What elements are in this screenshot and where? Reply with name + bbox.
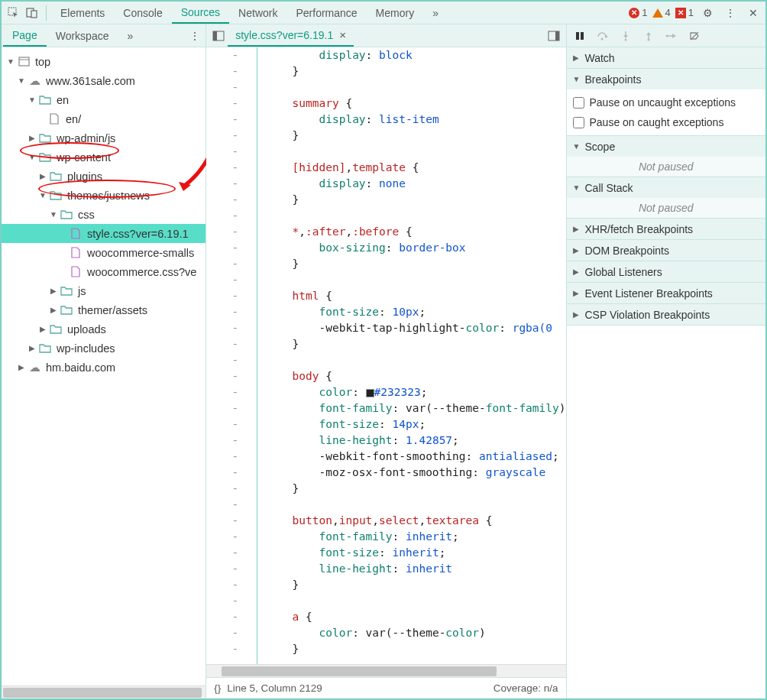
- step-out-icon[interactable]: [640, 28, 657, 44]
- warning-badge[interactable]: 4: [652, 7, 671, 18]
- step-over-icon[interactable]: [594, 28, 611, 44]
- tab-memory[interactable]: Memory: [367, 2, 424, 24]
- svg-point-15: [647, 38, 649, 41]
- issue-badge[interactable]: ✕1: [675, 7, 694, 18]
- tab-console[interactable]: Console: [114, 2, 171, 24]
- tree-stylecss[interactable]: style.css?ver=6.19.1: [2, 224, 206, 243]
- tab-performance[interactable]: Performance: [286, 2, 366, 24]
- tree-wpincludes[interactable]: ▶wp-includes: [2, 339, 206, 358]
- tabs-overflow-icon[interactable]: »: [423, 2, 448, 24]
- file-tree: ▼top ▼☁www.361sale.com ▼en en/ ▶wp-admin…: [2, 47, 206, 685]
- device-toggle-icon[interactable]: [23, 4, 41, 22]
- inspect-icon[interactable]: [5, 4, 23, 22]
- svg-rect-2: [31, 11, 37, 18]
- scope-not-paused: Not paused: [567, 157, 766, 177]
- section-watch[interactable]: ▶Watch: [567, 47, 766, 68]
- tree-js[interactable]: ▶js: [2, 281, 206, 300]
- toggle-debugger-icon[interactable]: [545, 27, 563, 45]
- deactivate-breakpoints-icon[interactable]: [686, 28, 703, 44]
- tree-en-file[interactable]: en/: [2, 109, 206, 128]
- step-into-icon[interactable]: [617, 28, 634, 44]
- tree-wpcontent[interactable]: ▼wp-content: [2, 147, 206, 167]
- tree-baidu[interactable]: ▶☁hm.baidu.com: [2, 358, 206, 377]
- section-xhr[interactable]: ▶XHR/fetch Breakpoints: [567, 219, 766, 239]
- svg-point-11: [600, 37, 603, 40]
- coverage-status: Coverage: n/a: [494, 682, 558, 694]
- editor-tab-stylecss[interactable]: style.css?ver=6.19.1×: [228, 24, 354, 47]
- cursor-position: Line 5, Column 2129: [227, 682, 322, 694]
- editor-statusbar: {}Line 5, Column 2129 Coverage: n/a: [206, 677, 565, 698]
- svg-rect-6: [213, 31, 217, 41]
- section-csp[interactable]: ▶CSP Violation Breakpoints: [567, 304, 766, 325]
- svg-rect-10: [581, 32, 584, 40]
- section-global[interactable]: ▶Global Listeners: [567, 261, 766, 282]
- section-breakpoints[interactable]: ▼Breakpoints: [567, 69, 766, 89]
- brackets-icon[interactable]: {}: [214, 682, 221, 694]
- step-icon[interactable]: [663, 28, 680, 44]
- section-event[interactable]: ▶Event Listener Breakpoints: [567, 283, 766, 303]
- tree-en-folder[interactable]: ▼en: [2, 90, 206, 109]
- section-scope[interactable]: ▼Scope: [567, 136, 766, 157]
- code-editor[interactable]: -------------------------------------- d…: [206, 47, 565, 664]
- tree-themes[interactable]: ▼themes/justnews: [2, 186, 206, 205]
- navigator-sidebar: Page Workspace » ⋮ ▼top ▼☁www.361sale.co…: [2, 24, 206, 698]
- sidebar-tabs-overflow-icon[interactable]: »: [118, 24, 142, 47]
- editor-tab-close-icon[interactable]: ×: [339, 28, 346, 41]
- tree-top[interactable]: ▼top: [2, 52, 206, 71]
- pause-icon[interactable]: [571, 28, 588, 44]
- tree-domain[interactable]: ▼☁www.361sale.com: [2, 71, 206, 90]
- debugger-panel: ▶Watch ▼Breakpoints Pause on uncaught ex…: [567, 24, 766, 698]
- svg-rect-8: [555, 31, 559, 41]
- close-icon[interactable]: ✕: [744, 4, 762, 22]
- tab-sources[interactable]: Sources: [172, 2, 229, 24]
- tree-wpadmin[interactable]: ▶wp-admin/js: [2, 128, 206, 147]
- settings-icon[interactable]: ⚙: [698, 4, 717, 22]
- main-tabs: Elements Console Sources Network Perform…: [51, 2, 629, 24]
- svg-rect-3: [19, 57, 29, 66]
- chk-pause-uncaught[interactable]: Pause on uncaught exceptions: [573, 92, 760, 112]
- section-dom[interactable]: ▶DOM Breakpoints: [567, 240, 766, 261]
- tree-css[interactable]: ▼css: [2, 205, 206, 224]
- section-callstack[interactable]: ▼Call Stack: [567, 177, 766, 198]
- tree-woosmall[interactable]: woocommerce-smalls: [2, 243, 206, 262]
- chk-pause-caught[interactable]: Pause on caught exceptions: [573, 112, 760, 132]
- editor-panel: style.css?ver=6.19.1× ------------------…: [206, 24, 566, 698]
- kebab-icon[interactable]: ⋮: [721, 4, 739, 22]
- tab-elements[interactable]: Elements: [51, 2, 114, 24]
- callstack-not-paused: Not paused: [567, 198, 766, 218]
- tree-woo[interactable]: woocommerce.css?ve: [2, 262, 206, 281]
- sidebar-scrollbar[interactable]: [2, 685, 206, 698]
- devtools-toolbar: Elements Console Sources Network Perform…: [2, 2, 765, 24]
- sidebar-tab-page[interactable]: Page: [3, 24, 47, 47]
- tab-network[interactable]: Network: [229, 2, 286, 24]
- sidebar-kebab-icon[interactable]: ⋮: [186, 27, 204, 45]
- tree-themer[interactable]: ▶themer/assets: [2, 300, 206, 319]
- svg-point-17: [665, 34, 668, 37]
- tree-uploads[interactable]: ▶uploads: [2, 319, 206, 339]
- tree-plugins[interactable]: ▶plugins: [2, 167, 206, 186]
- sidebar-tab-workspace[interactable]: Workspace: [47, 24, 118, 47]
- editor-scrollbar-x[interactable]: [206, 664, 565, 677]
- toggle-navigator-icon[interactable]: [209, 27, 228, 45]
- svg-point-13: [624, 38, 626, 41]
- svg-rect-9: [576, 32, 579, 40]
- error-badge[interactable]: ✕1: [629, 7, 647, 18]
